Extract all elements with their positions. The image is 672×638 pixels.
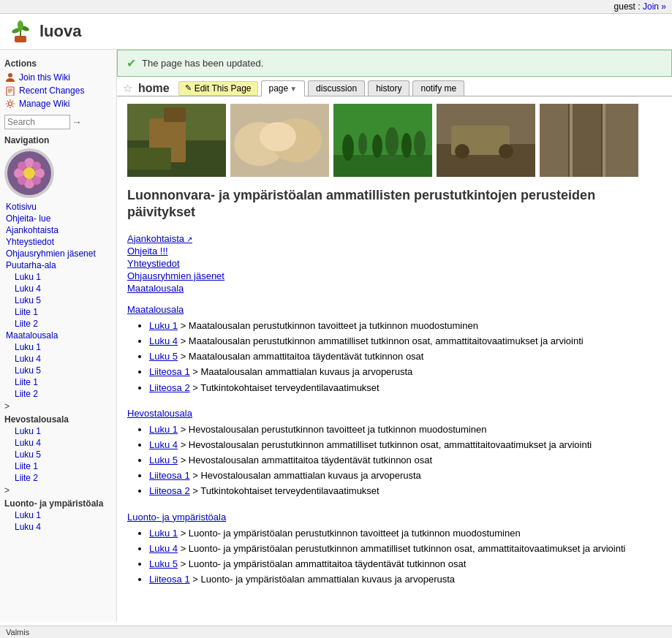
nav-link-liite1[interactable]: Liite 1 — [13, 306, 113, 318]
topbar-user: guest — [614, 1, 635, 12]
list-item: Luku 4 > Luonto- ja ympäristöalan perust… — [149, 542, 662, 555]
nav-link-liite2[interactable]: Liite 2 — [13, 318, 113, 330]
sidebar-item-recent-changes[interactable]: Recent Changes — [3, 84, 113, 97]
list-item: Luku 5 > Maatalousalan ammattitaitoa täy… — [149, 350, 662, 363]
intro-link-maatalousala[interactable]: Maatalousala — [127, 283, 662, 294]
section-item-link-1[interactable]: Luku 4 — [149, 335, 178, 346]
section-title-luonto-section[interactable]: Luonto- ja ympäristöala — [127, 512, 662, 523]
section-item-link-4[interactable]: Liiteosa 2 — [149, 382, 190, 393]
manage-wiki-label: Manage Wiki — [19, 99, 69, 109]
nav-link-maatalousala[interactable]: Maatalousala — [4, 330, 113, 341]
nav-link-kotisivu[interactable]: Kotisivu — [4, 201, 113, 213]
nav-link-maatalousala-luku4[interactable]: Luku 4 — [13, 353, 113, 365]
svg-point-10 — [9, 102, 12, 106]
svg-point-29 — [260, 122, 296, 151]
check-icon: ✔ — [127, 56, 136, 70]
nav-link-ohjeita-lue[interactable]: Ohjeita- lue — [4, 213, 113, 224]
tab-page[interactable]: page ▼ — [261, 80, 306, 96]
svg-point-18 — [18, 176, 26, 185]
svg-rect-6 — [7, 87, 14, 96]
tab-discussion-label: discussion — [316, 83, 357, 94]
svg-point-5 — [8, 73, 12, 77]
photo-thumb-2 — [230, 104, 329, 177]
section-item-link-3[interactable]: Liiteosa 1 — [149, 366, 190, 377]
svg-point-16 — [18, 162, 26, 170]
nav-link-maatalousala-liite1[interactable]: Liite 1 — [13, 376, 113, 388]
nav-link-yhteystiedot[interactable]: Yhteystiedot — [4, 236, 113, 248]
tab-notifyme[interactable]: notify me — [412, 80, 464, 96]
nav-link-luonto-luku4[interactable]: Luku 4 — [13, 521, 113, 533]
svg-point-33 — [358, 133, 367, 155]
nav-link-luku4[interactable]: Luku 4 — [13, 283, 113, 295]
photo-thumb-5 — [540, 104, 638, 177]
tab-history[interactable]: history — [368, 80, 409, 96]
section-item-link-2[interactable]: Luku 5 — [149, 558, 178, 569]
svg-point-34 — [372, 134, 382, 158]
sidebar-item-join-wiki[interactable]: Join this Wiki — [3, 71, 113, 84]
nav-arrow-2: > — [4, 485, 112, 495]
photo-thumb-1 — [127, 104, 226, 177]
section-item-link-0[interactable]: Luku 1 — [149, 528, 178, 539]
list-item: Luku 1 > Hevostalousalan perustutkinnon … — [149, 423, 662, 436]
section-item-link-2[interactable]: Luku 5 — [149, 455, 178, 466]
nav-link-ohjausryhmien-jasenet[interactable]: Ohjausryhmien jäsenet — [4, 248, 113, 259]
nav-link-puutarha-ala[interactable]: Puutarha-ala — [4, 259, 113, 271]
search-input[interactable] — [4, 115, 70, 129]
photo-thumb-4 — [437, 104, 535, 177]
list-item: Liiteosa 1 > Maatalousalan ammattialan k… — [149, 365, 662, 379]
edit-page-button[interactable]: ✎ Edit This Page — [178, 81, 258, 96]
section-item-link-2[interactable]: Luku 5 — [149, 351, 178, 362]
section-title-hevostalousala-section[interactable]: Hevostalousala — [127, 408, 662, 419]
update-notice-text: The page has been updated. — [142, 58, 263, 69]
section-item-link-3[interactable]: Liiteosa 1 — [149, 470, 190, 481]
nav-link-hev-liite2[interactable]: Liite 2 — [13, 472, 113, 484]
section-list-hevostalousala-section: Luku 1 > Hevostalousalan perustutkinnon … — [149, 423, 662, 498]
svg-rect-45 — [573, 104, 602, 177]
topbar-join-link[interactable]: Join » — [643, 1, 666, 12]
list-item: Luku 1 > Luonto- ja ympäristöalan perust… — [149, 527, 662, 540]
nav-link-maatalousala-liite2[interactable]: Liite 2 — [13, 388, 113, 400]
nav-link-hev-liite1[interactable]: Liite 1 — [13, 460, 113, 472]
update-notice: ✔ The page has been updated. — [117, 50, 672, 77]
section-title-maatalousala-section[interactable]: Maatalousala — [127, 304, 662, 315]
nav-link-maatalousala-luku1[interactable]: Luku 1 — [13, 341, 113, 353]
nav-link-luku1[interactable]: Luku 1 — [13, 271, 113, 283]
section-item-link-4[interactable]: Liiteosa 2 — [149, 485, 190, 496]
section-item-link-1[interactable]: Luku 4 — [149, 439, 178, 450]
svg-point-17 — [32, 162, 41, 170]
nav-link-hev-luku4[interactable]: Luku 4 — [13, 437, 113, 449]
search-go-button[interactable]: → — [72, 116, 82, 128]
tab-discussion[interactable]: discussion — [308, 80, 365, 96]
svg-rect-25 — [127, 148, 171, 170]
section-item-link-1[interactable]: Luku 4 — [149, 543, 178, 554]
svg-rect-0 — [15, 36, 26, 42]
svg-rect-44 — [540, 104, 569, 177]
intro-link-ajankohtaista[interactable]: Ajankohtaista — [127, 233, 662, 244]
tab-bar: ☆ home ✎ Edit This Page page ▼ discussio… — [117, 77, 672, 96]
section-item-link-0[interactable]: Luku 1 — [149, 320, 178, 331]
nav-link-maatalousala-luku5[interactable]: Luku 5 — [13, 365, 113, 376]
nav-hevostalousala-title: Hevostalousala — [4, 414, 113, 425]
nav-link-hev-luku1[interactable]: Luku 1 — [13, 425, 113, 437]
list-item: Luku 1 > Maatalousalan perustutkinnon ta… — [149, 319, 662, 333]
intro-link-yhteystiedot[interactable]: Yhteystiedot — [127, 258, 662, 269]
intro-link-ohjausryhmien-jasenet[interactable]: Ohjausryhmien jäsenet — [127, 270, 662, 281]
section-item-link-0[interactable]: Luku 1 — [149, 424, 178, 435]
section-item-link-3[interactable]: Liiteosa 1 — [149, 574, 190, 585]
svg-point-32 — [342, 134, 354, 161]
home-star-icon[interactable]: ☆ — [123, 82, 132, 95]
site-title: luova — [39, 22, 81, 41]
list-item: Liiteosa 2 > Tutkintokohtaiset terveyden… — [149, 485, 662, 498]
person-icon — [4, 72, 16, 83]
topbar: guest : Join » — [0, 0, 672, 14]
search-row: → — [4, 115, 112, 129]
nav-link-hev-luku5[interactable]: Luku 5 — [13, 449, 113, 460]
nav-link-luonto-luku1[interactable]: Luku 1 — [13, 509, 113, 521]
sidebar-item-manage-wiki[interactable]: Manage Wiki — [3, 97, 113, 110]
nav-link-luku5[interactable]: Luku 5 — [13, 295, 113, 306]
tab-notifyme-label: notify me — [420, 83, 456, 94]
logo-icon — [7, 18, 34, 45]
section-list-maatalousala-section: Luku 1 > Maatalousalan perustutkinnon ta… — [149, 319, 662, 395]
intro-link-ohjeita[interactable]: Ohjeita !!! — [127, 246, 662, 257]
nav-link-ajankohtaista[interactable]: Ajankohtaista — [4, 224, 113, 236]
